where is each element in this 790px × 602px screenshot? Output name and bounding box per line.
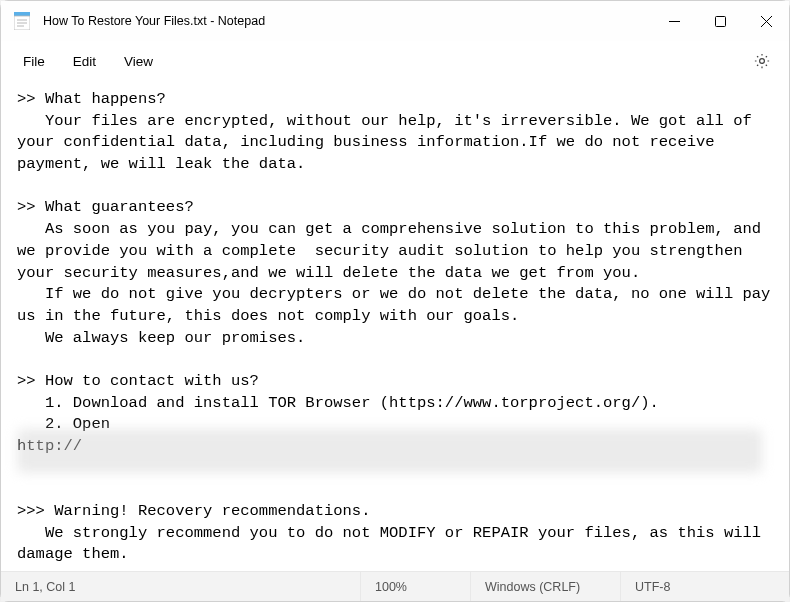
notepad-window: How To Restore Your Files.txt - Notepad … <box>0 0 790 602</box>
svg-point-9 <box>760 59 765 64</box>
menu-view[interactable]: View <box>110 48 167 75</box>
maximize-button[interactable] <box>697 1 743 41</box>
status-position: Ln 1, Col 1 <box>1 572 361 601</box>
menu-file[interactable]: File <box>9 48 59 75</box>
menubar: File Edit View <box>1 41 789 81</box>
menu-edit[interactable]: Edit <box>59 48 110 75</box>
settings-button[interactable] <box>743 44 781 78</box>
window-title: How To Restore Your Files.txt - Notepad <box>43 14 651 28</box>
status-encoding: UTF-8 <box>621 572 789 601</box>
minimize-button[interactable] <box>651 1 697 41</box>
close-button[interactable] <box>743 1 789 41</box>
redacted-overlay <box>17 429 762 473</box>
svg-rect-6 <box>715 16 725 26</box>
text-area[interactable]: >> What happens? Your files are encrypte… <box>1 81 789 571</box>
document-text: >> What happens? Your files are encrypte… <box>17 90 780 563</box>
window-controls <box>651 1 789 41</box>
svg-rect-0 <box>14 12 30 16</box>
notepad-icon <box>13 12 31 30</box>
status-zoom[interactable]: 100% <box>361 572 471 601</box>
status-line-ending: Windows (CRLF) <box>471 572 621 601</box>
statusbar: Ln 1, Col 1 100% Windows (CRLF) UTF-8 <box>1 571 789 601</box>
titlebar[interactable]: How To Restore Your Files.txt - Notepad <box>1 1 789 41</box>
